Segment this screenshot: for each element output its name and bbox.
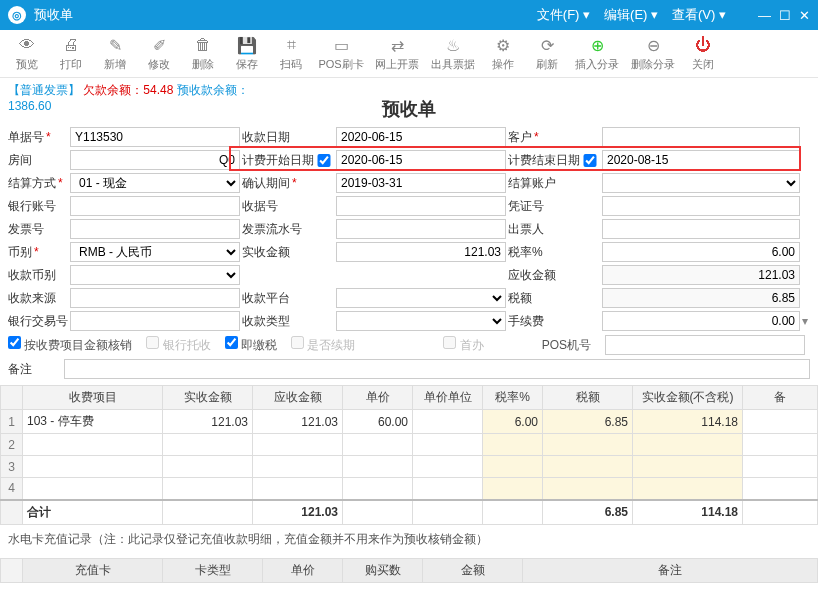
label-currency: 币别	[8, 244, 68, 261]
recvno-input[interactable]	[336, 196, 506, 216]
edit-button[interactable]: ✐修改	[138, 33, 180, 75]
currency-select[interactable]: RMB - 人民币	[70, 242, 240, 262]
remark-input[interactable]	[64, 359, 810, 379]
billend-check[interactable]	[580, 154, 600, 167]
room-input[interactable]	[70, 150, 240, 170]
label-recvdate: 收款日期	[242, 129, 312, 146]
menu-edit[interactable]: 编辑(E) ▾	[604, 6, 658, 24]
settle-select[interactable]: 01 - 现金	[70, 173, 240, 193]
recvcur-select[interactable]	[70, 265, 240, 285]
edit-icon: ✐	[153, 35, 166, 55]
new-button[interactable]: ✎新增	[94, 33, 136, 75]
plus-circle-icon: ⊕	[591, 35, 604, 55]
remark-row: 备注	[0, 357, 818, 381]
save-icon: 💾	[237, 35, 257, 55]
table-row[interactable]: 4	[1, 478, 818, 500]
receipt-button[interactable]: ♨出具票据	[426, 33, 480, 75]
eye-icon: 👁	[19, 35, 35, 55]
label-confirm: 确认期间	[242, 175, 312, 192]
instant-check[interactable]	[225, 336, 238, 349]
posno-input[interactable]	[605, 335, 805, 355]
invflow-input[interactable]	[336, 219, 506, 239]
byitem-check[interactable]	[8, 336, 21, 349]
scan-button[interactable]: ⌗扫码	[270, 33, 312, 75]
platform-select[interactable]	[336, 288, 506, 308]
recvtype-select[interactable]	[336, 311, 506, 331]
label-docno: 单据号	[8, 129, 68, 146]
label-billstart: 计费开始日期	[242, 152, 312, 169]
webinvoice-button[interactable]: ⇄网上开票	[370, 33, 424, 75]
preview-button[interactable]: 👁预览	[6, 33, 48, 75]
fee-input[interactable]	[602, 311, 800, 331]
voucher-input[interactable]	[602, 196, 800, 216]
label-invflow: 发票流水号	[242, 221, 312, 238]
maximize-icon[interactable]: ☐	[779, 8, 791, 23]
label-invno: 发票号	[8, 221, 68, 238]
banktuo-check	[146, 336, 159, 349]
scan-icon: ⌗	[287, 35, 296, 55]
detail-grid: 收费项目实收金额应收金额 单价单价单位税率% 税额实收金额(不含税)备 1 10…	[0, 385, 818, 525]
should-input	[602, 265, 800, 285]
minimize-icon[interactable]: —	[758, 8, 771, 23]
toolbar: 👁预览 🖨打印 ✎新增 ✐修改 🗑删除 💾保存 ⌗扫码 ▭POS刷卡 ⇄网上开票…	[0, 30, 818, 78]
menu-file[interactable]: 文件(F) ▾	[537, 6, 590, 24]
menu-view[interactable]: 查看(V) ▾	[672, 6, 726, 24]
pos-button[interactable]: ▭POS刷卡	[314, 33, 368, 75]
close-icon[interactable]: ✕	[799, 8, 810, 23]
trash-icon: 🗑	[195, 35, 211, 55]
delete-button[interactable]: 🗑删除	[182, 33, 224, 75]
minus-circle-icon: ⊖	[647, 35, 660, 55]
label-platform: 收款平台	[242, 290, 312, 307]
app-logo-icon: ◎	[8, 6, 26, 24]
menu-bar: 文件(F) ▾ 编辑(E) ▾ 查看(V) ▾ — ☐ ✕	[537, 6, 810, 24]
refresh-icon: ⟳	[541, 35, 554, 55]
label-recvtype: 收款类型	[242, 313, 312, 330]
window-title: 预收单	[34, 6, 73, 24]
billend-input[interactable]	[602, 150, 800, 170]
new-icon: ✎	[109, 35, 122, 55]
label-acct: 结算账户	[508, 175, 578, 192]
note-text: 水电卡充值记录（注：此记录仅登记充值收款明细，充值金额并不用来作为预收核销金额）	[0, 525, 818, 554]
swap-icon: ⇄	[391, 35, 404, 55]
table-row[interactable]: 3	[1, 456, 818, 478]
insert-row-button[interactable]: ⊕插入分录	[570, 33, 624, 75]
issuer-input[interactable]	[602, 219, 800, 239]
bankno-input[interactable]	[70, 196, 240, 216]
billstart-input[interactable]	[336, 150, 506, 170]
gear-icon: ⚙	[496, 35, 510, 55]
dropdown-icon[interactable]: ▾	[802, 314, 810, 328]
customer-input[interactable]	[602, 127, 800, 147]
label-fee: 手续费	[508, 313, 578, 330]
recvdate-input[interactable]	[336, 127, 506, 147]
print-button[interactable]: 🖨打印	[50, 33, 92, 75]
acct-select[interactable]	[602, 173, 800, 193]
page-title: 预收单	[0, 97, 818, 121]
table-row[interactable]: 1 103 - 停车费 121.03 121.03 60.00 6.00 6.8…	[1, 410, 818, 434]
refresh-button[interactable]: ⟳刷新	[526, 33, 568, 75]
save-button[interactable]: 💾保存	[226, 33, 268, 75]
invno-input[interactable]	[70, 219, 240, 239]
print-icon: 🖨	[63, 35, 79, 55]
label-recvno: 收据号	[242, 198, 312, 215]
label-posno: POS机号	[542, 337, 591, 354]
docno-input[interactable]	[70, 127, 240, 147]
actual-input[interactable]	[336, 242, 506, 262]
label-recvcur: 收款币别	[8, 267, 68, 284]
close-button[interactable]: ⏻关闭	[682, 33, 724, 75]
label-billend: 计费结束日期	[508, 152, 578, 169]
delete-row-button[interactable]: ⊖删除分录	[626, 33, 680, 75]
title-bar: ◎ 预收单 文件(F) ▾ 编辑(E) ▾ 查看(V) ▾ — ☐ ✕	[0, 0, 818, 30]
label-room: 房间	[8, 152, 68, 169]
table-row[interactable]: 2	[1, 434, 818, 456]
first-check	[443, 336, 456, 349]
label-banktxn: 银行交易号	[8, 313, 68, 330]
source-input[interactable]	[70, 288, 240, 308]
operate-button[interactable]: ⚙操作	[482, 33, 524, 75]
confirm-input[interactable]	[336, 173, 506, 193]
recharge-grid: 充值卡卡类型单价 购买数金额备注	[0, 558, 818, 583]
taxrate-input[interactable]	[602, 242, 800, 262]
billstart-check[interactable]	[314, 154, 334, 167]
grid2-header: 充值卡卡类型单价 购买数金额备注	[1, 558, 818, 582]
banktxn-input[interactable]	[70, 311, 240, 331]
label-bankno: 银行账号	[8, 198, 68, 215]
